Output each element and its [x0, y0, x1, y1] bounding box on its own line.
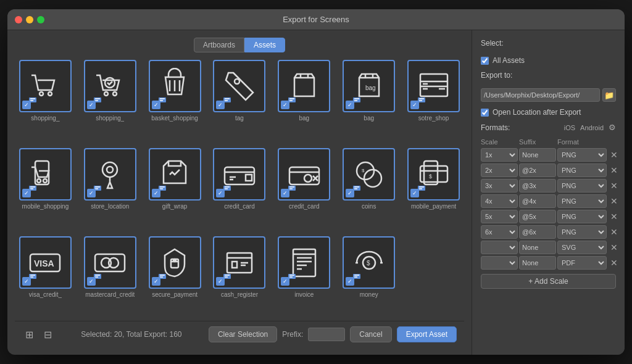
ios-button[interactable]: iOS: [564, 124, 575, 131]
asset-check-icon: [87, 189, 96, 197]
content-area: Artboards Assets: [7, 30, 625, 355]
browse-folder-button[interactable]: 📁: [602, 88, 616, 102]
list-item[interactable]: tag: [209, 60, 270, 144]
svg-point-1: [48, 92, 52, 96]
suffix-input-svg[interactable]: [519, 241, 556, 254]
traffic-lights: [15, 16, 44, 23]
asset-label: shopping_: [31, 115, 59, 122]
remove-scale-3-button[interactable]: ✕: [608, 181, 620, 190]
list-item[interactable]: cash_register: [209, 236, 270, 321]
svg-text:$: $: [429, 173, 432, 180]
list-item[interactable]: invoice: [273, 236, 335, 321]
asset-thumbnail: bag: [343, 60, 395, 112]
open-after-export-label: Open Location after Export: [493, 108, 581, 117]
scale-table-header: Scale Suffix Format: [481, 138, 616, 146]
suffix-input-pdf[interactable]: [519, 256, 556, 270]
remove-scale-1-button[interactable]: ✕: [608, 151, 620, 159]
list-item[interactable]: bag bag: [338, 60, 399, 144]
asset-check-icon: [152, 189, 160, 197]
asset-check-icon: [346, 101, 354, 109]
scale-select-5[interactable]: 1x2x3x4x5x: [481, 210, 518, 223]
scale-select-1[interactable]: 1x2x3x: [481, 148, 518, 162]
list-item[interactable]: credit_card: [209, 148, 270, 233]
list-item[interactable]: shopping_: [15, 60, 76, 144]
list-item[interactable]: VISA visa_credit_: [15, 236, 76, 321]
list-view-button[interactable]: ⊟: [41, 328, 54, 341]
list-item[interactable]: credit_card: [273, 148, 335, 233]
format-select-2[interactable]: PNGSVGPDF: [557, 163, 607, 177]
formats-label: Formats:: [481, 123, 510, 132]
list-item[interactable]: gift_wrap: [144, 148, 206, 233]
suffix-input-4[interactable]: [519, 194, 556, 208]
grid-view-button[interactable]: ⊞: [22, 328, 36, 341]
close-button[interactable]: [15, 16, 22, 23]
asset-check-icon: [22, 101, 31, 109]
scale-select-svg[interactable]: 1x2x: [481, 241, 518, 254]
asset-check-icon: [152, 277, 160, 286]
list-item[interactable]: bag: [273, 60, 335, 144]
svg-rect-27: [225, 167, 254, 184]
remove-scale-pdf-button[interactable]: ✕: [608, 259, 620, 267]
cancel-button[interactable]: Cancel: [350, 326, 391, 342]
export-path-row: 📁: [481, 88, 616, 102]
remove-scale-5-button[interactable]: ✕: [608, 212, 620, 221]
asset-label: mastercard_credit: [85, 291, 135, 298]
asset-thumbnail: [149, 148, 201, 201]
asset-check-icon: [410, 189, 419, 197]
svg-text:$: $: [367, 260, 370, 267]
list-item[interactable]: $ coins: [338, 148, 399, 233]
remove-scale-2-button[interactable]: ✕: [608, 166, 620, 175]
export-path-input[interactable]: [481, 88, 600, 102]
clear-selection-button[interactable]: Clear Selection: [209, 326, 277, 342]
svg-point-0: [40, 92, 43, 96]
tab-artboards[interactable]: Artboards: [194, 38, 244, 52]
list-item[interactable]: sotre_shop: [403, 60, 464, 144]
asset-label: bag: [364, 115, 374, 122]
format-select-6[interactable]: PNGSVGPDF: [557, 225, 607, 239]
settings-button[interactable]: ⚙: [609, 123, 616, 132]
format-select-5[interactable]: PNGSVGPDF: [557, 210, 607, 223]
format-select-pdf[interactable]: PNGSVGPDF: [557, 256, 607, 270]
scale-select-3[interactable]: 1x2x3x: [481, 179, 518, 192]
svg-point-23: [102, 162, 117, 177]
list-item[interactable]: $ money: [338, 236, 399, 321]
scale-select-4[interactable]: 1x2x3x4x: [481, 194, 518, 208]
list-item[interactable]: secure_payment: [144, 236, 206, 321]
svg-rect-36: [424, 161, 438, 184]
format-select-1[interactable]: PNGSVGPDFJPG: [557, 148, 607, 162]
suffix-input-5[interactable]: [519, 210, 556, 223]
asset-thumbnail: [213, 60, 265, 112]
export-asset-button[interactable]: Export Asset: [397, 326, 457, 342]
maximize-button[interactable]: [37, 16, 44, 23]
open-after-export-checkbox[interactable]: [481, 109, 489, 117]
format-select-3[interactable]: PNGSVGPDF: [557, 179, 607, 192]
suffix-col-header: Suffix: [519, 138, 556, 146]
open-after-export-row: Open Location after Export: [481, 108, 616, 117]
scale-select-6[interactable]: 1x2x3x4x5x6x: [481, 225, 518, 239]
list-item[interactable]: mastercard_credit: [80, 236, 141, 321]
remove-scale-svg-button[interactable]: ✕: [608, 243, 620, 252]
format-select-svg[interactable]: PNGSVGPDF: [557, 241, 607, 254]
minimize-button[interactable]: [26, 16, 33, 23]
format-select-4[interactable]: PNGSVGPDF: [557, 194, 607, 208]
scale-select-2[interactable]: 1x2x3x: [481, 163, 518, 177]
prefix-input[interactable]: [308, 328, 345, 341]
suffix-input-2[interactable]: [519, 163, 556, 177]
all-assets-checkbox[interactable]: [481, 57, 489, 65]
list-item[interactable]: shopping_: [80, 60, 141, 144]
list-item[interactable]: $ mobile_payment: [403, 148, 464, 233]
suffix-input-3[interactable]: [519, 179, 556, 192]
suffix-input-6[interactable]: [519, 225, 556, 239]
asset-check-icon: [281, 101, 289, 109]
scale-select-pdf[interactable]: 1x2x: [481, 256, 518, 270]
android-button[interactable]: Android: [580, 124, 604, 131]
list-item[interactable]: basket_shopping: [144, 60, 206, 144]
bottom-actions: Clear Selection Prefix: Cancel Export As…: [209, 326, 457, 342]
remove-scale-6-button[interactable]: ✕: [608, 228, 620, 236]
tab-assets[interactable]: Assets: [244, 38, 285, 52]
suffix-input-1[interactable]: [519, 148, 556, 162]
list-item[interactable]: mobile_shopping: [15, 148, 76, 233]
remove-scale-4-button[interactable]: ✕: [608, 197, 620, 205]
list-item[interactable]: store_location: [80, 148, 141, 233]
add-scale-button[interactable]: + Add Scale: [481, 274, 616, 289]
